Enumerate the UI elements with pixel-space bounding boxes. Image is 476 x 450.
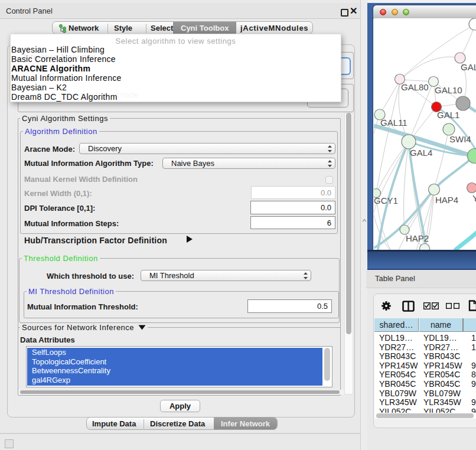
- svg-text:GAL11: GAL11: [380, 118, 407, 128]
- svg-text:GAL10: GAL10: [435, 85, 462, 95]
- svg-text:SWI4: SWI4: [449, 134, 471, 144]
- svg-text:GAL4: GAL4: [410, 148, 432, 158]
- svg-text:GAL1: GAL1: [437, 110, 459, 120]
- svg-text:Y: Y: [472, 193, 476, 203]
- svg-text:GAL2: GAL2: [461, 62, 476, 72]
- svg-text:HAP2: HAP2: [406, 233, 429, 243]
- svg-text:GCY1: GCY1: [374, 195, 398, 206]
- svg-text:HAP4: HAP4: [435, 195, 458, 205]
- svg-text:GAL80: GAL80: [401, 82, 429, 92]
